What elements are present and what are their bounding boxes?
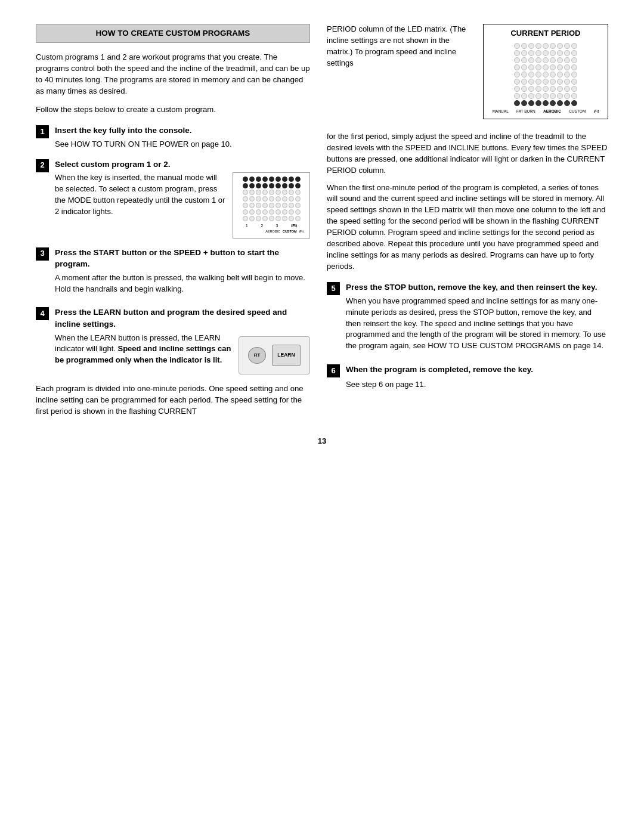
page-number: 13 xyxy=(36,436,608,447)
left-column: HOW TO CREATE CUSTOM PROGRAMS Custom pro… xyxy=(36,24,310,424)
step-6-number: 6 xyxy=(327,364,340,377)
step-6-block: 6 When the program is completed, remove … xyxy=(327,364,608,390)
period-col-text: PERIOD column of the LED matrix. (The in… xyxy=(327,24,475,125)
led-matrix-step2: 1 2 3 iFit AEROBIC CUSTOM iFit xyxy=(233,172,310,238)
step-3-block: 3 Press the START button or the SPEED + … xyxy=(36,247,310,299)
step-1-block: 1 Insert the key fully into the console.… xyxy=(36,125,310,150)
period-text: Each program is divided into one-minute … xyxy=(36,383,310,417)
step-5-title: Press the STOP button, remove the key, a… xyxy=(346,281,608,293)
step-1-title: Insert the key fully into the console. xyxy=(55,125,310,137)
step-1-sub: See HOW TO TURN ON THE POWER on page 10. xyxy=(55,139,310,150)
label-aerobic: AEROBIC xyxy=(543,109,561,114)
step-4-body: When the LEARN button is pressed, the LE… xyxy=(55,333,231,367)
step-2-body: When the key is inserted, the manual mod… xyxy=(55,172,225,217)
step-4-content: Press the LEARN button and program the d… xyxy=(55,306,310,374)
step-3-content: Press the START button or the SPEED + bu… xyxy=(55,247,310,299)
step-6-see: See step 6 on page 11. xyxy=(346,379,608,391)
step-2-title: Select custom program 1 or 2. xyxy=(55,159,310,171)
cp-bottom-labels: MANUAL FAT BURN AEROBIC CUSTOM iFit xyxy=(488,109,603,114)
step-1-number: 1 xyxy=(36,125,49,138)
step-4-block: 4 Press the LEARN button and program the… xyxy=(36,306,310,374)
step-2-content: Select custom program 1 or 2. When the k… xyxy=(55,159,310,239)
step-6-title: When the program is completed, remove th… xyxy=(346,364,608,376)
current-period-title: CURRENT PERIOD xyxy=(488,28,603,39)
section-header: HOW TO CREATE CUSTOM PROGRAMS xyxy=(36,24,310,43)
step-5-body: When you have programmed speed and incli… xyxy=(346,296,608,352)
right-para1: for the first period, simply adjust the … xyxy=(327,131,608,176)
step-3-title: Press the START button or the SPEED + bu… xyxy=(55,247,310,270)
current-period-box: CURRENT PERIOD xyxy=(483,24,608,119)
step-2-block: 2 Select custom program 1 or 2. When the… xyxy=(36,159,310,239)
step-5-block: 5 Press the STOP button, remove the key,… xyxy=(327,281,608,355)
step-4-number: 4 xyxy=(36,307,49,320)
label-custom: CUSTOM xyxy=(569,109,586,114)
learn-button-icon: LEARN xyxy=(272,345,301,366)
step-5-content: Press the STOP button, remove the key, a… xyxy=(346,281,608,355)
step-2-number: 2 xyxy=(36,159,49,172)
intro-text: Custom programs 1 and 2 are workout prog… xyxy=(36,51,310,97)
right-column: PERIOD column of the LED matrix. (The in… xyxy=(327,24,608,424)
learn-button-image: RT LEARN xyxy=(239,336,310,374)
step-6-content: When the program is completed, remove th… xyxy=(346,364,608,390)
right-top-section: PERIOD column of the LED matrix. (The in… xyxy=(327,24,608,125)
right-para2: When the first one-minute period of the … xyxy=(327,182,608,272)
step-4-title: Press the LEARN button and program the d… xyxy=(55,306,310,330)
label-manual: MANUAL xyxy=(493,109,509,114)
rt-button-icon: RT xyxy=(248,347,266,364)
page: HOW TO CREATE CUSTOM PROGRAMS Custom pro… xyxy=(0,0,644,833)
step-3-body: A moment after the button is pressed, th… xyxy=(55,272,310,295)
step-5-number: 5 xyxy=(327,282,340,295)
step-3-number: 3 xyxy=(36,247,49,261)
label-ifit: iFit xyxy=(594,109,599,114)
step-1-content: Insert the key fully into the console. S… xyxy=(55,125,310,150)
follow-text: Follow the steps below to create a custo… xyxy=(36,104,310,115)
label-fatburn: FAT BURN xyxy=(516,109,535,114)
